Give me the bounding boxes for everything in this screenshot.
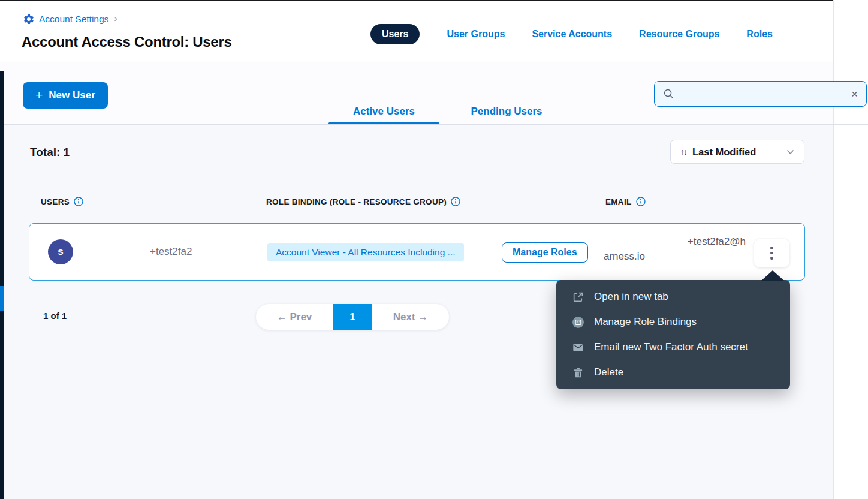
- info-icon[interactable]: [636, 197, 646, 206]
- breadcrumb[interactable]: Account Settings ›: [23, 13, 117, 25]
- search-input[interactable]: [680, 89, 851, 99]
- column-label: ROLE BINDING (ROLE - RESOURCE GROUP): [266, 197, 447, 206]
- menu-caret: [761, 270, 784, 281]
- current-page-button[interactable]: 1: [333, 304, 372, 330]
- menu-item-label: Open in new tab: [594, 291, 668, 303]
- search-icon: [663, 88, 674, 100]
- row-options-kebab-button[interactable]: [754, 239, 789, 267]
- column-header-users: USERS: [41, 197, 83, 206]
- menu-item-label: Manage Role Bindings: [594, 316, 697, 328]
- prev-page-button[interactable]: ← Prev: [256, 311, 333, 323]
- chevron-right-icon: ›: [114, 13, 117, 25]
- column-label: USERS: [41, 197, 70, 206]
- menu-item-label: Delete: [594, 366, 623, 378]
- app-right-border: [833, 0, 834, 499]
- kebab-dot: [770, 257, 773, 260]
- nav-item-roles[interactable]: Roles: [746, 29, 773, 40]
- menu-item-manage-role-bindings[interactable]: Manage Role Bindings: [556, 309, 790, 335]
- envelope-icon: [572, 341, 584, 354]
- collapsed-sidebar[interactable]: [0, 71, 4, 499]
- page-header: Account Settings › Account Access Contro…: [0, 1, 833, 62]
- tab-active-users[interactable]: Active Users: [328, 106, 439, 118]
- nav-item-resource-groups[interactable]: Resource Groups: [639, 29, 719, 40]
- user-name: +test2fa2: [150, 246, 192, 258]
- next-page-button[interactable]: Next →: [372, 311, 449, 323]
- info-icon[interactable]: [74, 197, 83, 206]
- nav-item-service-accounts[interactable]: Service Accounts: [532, 29, 612, 40]
- user-email-line1: +test2fa2@h: [604, 234, 746, 249]
- search-box[interactable]: ×: [654, 81, 867, 107]
- sort-dropdown[interactable]: ↑↓ Last Modified: [670, 140, 804, 164]
- page-title: Account Access Control: Users: [22, 34, 232, 50]
- sort-arrows-icon: ↑↓: [680, 147, 686, 157]
- total-count: Total: 1: [30, 146, 70, 159]
- role-binding-chip: Account Viewer - All Resources Including…: [267, 243, 464, 261]
- page-summary: 1 of 1: [43, 311, 67, 321]
- close-icon[interactable]: ×: [851, 88, 858, 100]
- menu-item-delete[interactable]: Delete: [556, 360, 790, 385]
- kebab-dot: [770, 247, 773, 250]
- external-link-icon: [572, 291, 584, 303]
- chevron-down-icon: [786, 149, 794, 155]
- role-bindings-icon: [572, 316, 584, 329]
- new-user-button-label: New User: [49, 89, 95, 101]
- top-nav: Users User Groups Service Accounts Resou…: [370, 23, 773, 45]
- plus-icon: +: [35, 89, 43, 101]
- tab-pending-users[interactable]: Pending Users: [453, 106, 560, 118]
- kebab-dot: [770, 252, 773, 255]
- menu-item-label: Email new Two Factor Auth secret: [594, 341, 748, 353]
- user-email: +test2fa2@h arness.io: [604, 234, 746, 264]
- menu-item-email-two-factor-secret[interactable]: Email new Two Factor Auth secret: [556, 335, 790, 360]
- nav-item-users[interactable]: Users: [370, 24, 420, 44]
- column-header-role-binding: ROLE BINDING (ROLE - RESOURCE GROUP): [266, 197, 460, 206]
- collapsed-sidebar-active-item[interactable]: [0, 286, 4, 311]
- row-context-menu: Open in new tab Manage Role Bindings Ema…: [556, 280, 790, 389]
- column-header-email: EMAIL: [605, 197, 646, 206]
- manage-roles-button[interactable]: Manage Roles: [502, 242, 588, 263]
- user-email-line2: arness.io: [604, 249, 746, 264]
- breadcrumb-label[interactable]: Account Settings: [39, 14, 108, 25]
- trash-icon: [572, 366, 584, 379]
- column-label: EMAIL: [605, 197, 632, 206]
- avatar: s: [48, 239, 73, 264]
- pagination: ← Prev 1 Next →: [256, 304, 449, 330]
- new-user-button[interactable]: + New User: [23, 82, 108, 109]
- gear-icon: [23, 13, 35, 25]
- sort-label: Last Modified: [692, 146, 780, 158]
- menu-item-open-in-new-tab[interactable]: Open in new tab: [556, 284, 790, 309]
- nav-item-user-groups[interactable]: User Groups: [447, 29, 505, 40]
- info-icon[interactable]: [451, 197, 460, 206]
